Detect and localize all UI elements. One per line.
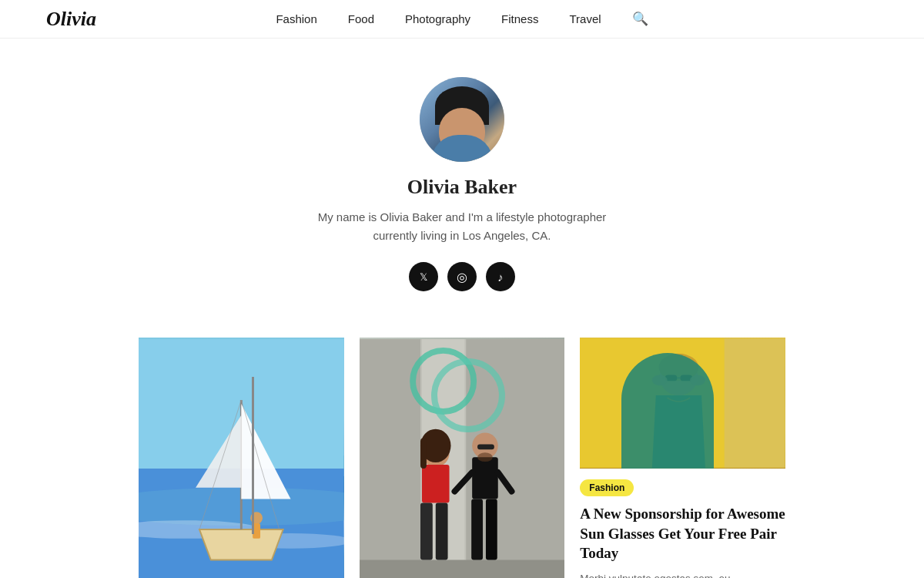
svg-rect-24: [471, 499, 483, 560]
profile-section: Olivia Baker My name is Olivia Baker and…: [0, 39, 924, 322]
svg-rect-17: [422, 465, 450, 502]
svg-rect-18: [420, 502, 433, 560]
svg-rect-31: [725, 338, 785, 468]
search-icon[interactable]: 🔍: [632, 11, 648, 27]
profile-name: Olivia Baker: [407, 176, 517, 199]
tiktok-link[interactable]: ♪: [486, 262, 515, 291]
card-excerpt: Morbi vulputate egestas sem, eu: [580, 571, 785, 578]
nav-photography[interactable]: Photography: [405, 12, 470, 25]
card-sunglasses-content: Fashion A New Sponsorship for Awesome Su…: [580, 469, 785, 578]
svg-rect-7: [253, 523, 260, 539]
svg-point-6: [250, 512, 263, 524]
svg-point-32: [660, 358, 698, 395]
sunglasses-svg: [580, 338, 785, 469]
card-couple: [360, 338, 565, 578]
svg-point-33: [659, 354, 698, 381]
svg-rect-35: [681, 375, 693, 381]
card-couple-image[interactable]: [360, 338, 565, 578]
twitter-icon: 𝕏: [420, 271, 427, 283]
svg-rect-27: [477, 444, 494, 449]
cards-section: Fashion A New Sponsorship for Awesome Su…: [0, 338, 924, 578]
svg-point-39: [652, 375, 668, 385]
nav-travel[interactable]: Travel: [569, 12, 601, 25]
svg-rect-21: [420, 438, 427, 469]
card-tag[interactable]: Fashion: [580, 479, 634, 496]
instagram-icon: ◎: [457, 270, 467, 284]
nav-fashion[interactable]: Fashion: [276, 12, 316, 25]
svg-rect-15: [360, 560, 565, 578]
card-sunglasses: Fashion A New Sponsorship for Awesome Su…: [580, 338, 785, 578]
social-links: 𝕏 ◎ ♪: [409, 262, 515, 291]
card-title: A New Sponsorship for Awesome Sun Glasse…: [580, 504, 785, 563]
instagram-link[interactable]: ◎: [447, 262, 477, 291]
header: Olivia Fashion Food Photography Fitness …: [0, 0, 924, 39]
nav-fitness[interactable]: Fitness: [501, 12, 538, 25]
profile-bio: My name is Olivia Baker and I'm a lifest…: [318, 208, 607, 245]
sailboat-svg: [139, 338, 344, 578]
svg-point-26: [477, 452, 493, 462]
card-sunglasses-image[interactable]: [580, 338, 785, 469]
avatar: [420, 77, 504, 162]
main-nav: Fashion Food Photography Fitness Travel …: [276, 11, 648, 27]
card-sailboat-image[interactable]: [139, 338, 344, 578]
twitter-link[interactable]: 𝕏: [409, 262, 438, 291]
tiktok-icon: ♪: [497, 271, 504, 284]
couple-svg: [360, 338, 565, 578]
card-sailboat: [139, 338, 344, 578]
svg-rect-25: [486, 499, 497, 560]
nav-food[interactable]: Food: [348, 12, 374, 25]
svg-rect-23: [472, 457, 498, 499]
svg-rect-19: [435, 502, 447, 560]
svg-rect-34: [665, 375, 678, 381]
svg-point-40: [691, 375, 706, 385]
site-logo[interactable]: Olivia: [46, 8, 96, 31]
